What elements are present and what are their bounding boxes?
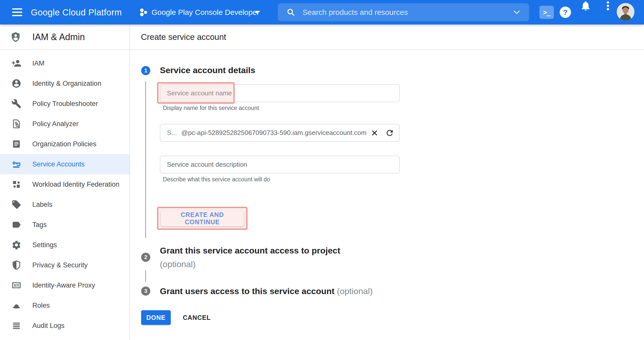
search-icon: [286, 8, 295, 17]
iam-shield-icon: [10, 32, 21, 43]
refresh-icon[interactable]: [385, 128, 394, 137]
search-placeholder: Search products and resources: [303, 8, 513, 17]
hamburger-menu-icon[interactable]: [11, 0, 24, 24]
sidebar-item-label: Policy Analyzer: [32, 120, 79, 128]
cancel-button[interactable]: CANCEL: [178, 310, 215, 325]
sidebar-item-label: Settings: [32, 241, 57, 249]
step-3-header: 3 Grant users access to this service acc…: [141, 286, 373, 297]
step-1-title: Service account details: [160, 65, 255, 75]
shield-half-icon: [11, 260, 21, 270]
sidebar-item-labels[interactable]: Labels: [0, 194, 130, 215]
sidebar-item-policy-troubleshooter[interactable]: Policy Troubleshooter: [0, 94, 130, 114]
striped-card-icon: [11, 280, 21, 290]
description-helper-text: Describe what this service account will …: [163, 176, 270, 183]
sidebar-item-workload-identity-federation[interactable]: Workload Identity Federation: [0, 174, 130, 194]
notifications-icon[interactable]: [580, 0, 591, 12]
wrench-icon: [11, 99, 21, 109]
caret-down-icon[interactable]: [255, 0, 260, 24]
sidebar-item-label: Privacy & Security: [32, 261, 88, 269]
sidebar-item-label: Organization Policies: [32, 140, 96, 148]
gear-icon: [11, 240, 21, 250]
create-service-account-form: 1 Service account details Display name f…: [130, 50, 644, 340]
id-placeholder-truncated: S...: [167, 129, 177, 137]
list-lines-icon: [11, 321, 21, 331]
sidebar-item-organization-policies[interactable]: Organization Policies: [0, 134, 130, 154]
sidebar-item-iam[interactable]: IAM: [0, 53, 130, 73]
sidebar-header: IAM & Admin: [0, 24, 130, 50]
more-vertical-icon[interactable]: [602, 0, 614, 12]
search-bar[interactable]: Search products and resources: [278, 3, 529, 21]
gcp-logo[interactable]: Google Cloud Platform: [31, 0, 122, 24]
service-account-name-input[interactable]: [160, 84, 400, 102]
doc-lines-icon: [11, 139, 21, 149]
label-arrow-icon: [11, 220, 21, 230]
sidebar-item-label: Tags: [32, 221, 47, 229]
step-3-title: Grant users access to this service accou…: [160, 286, 335, 296]
sidebar-item-label: Audit Logs: [32, 322, 65, 330]
doc-search-icon: [11, 119, 21, 129]
person-add-icon: [11, 58, 21, 68]
sidebar-title: IAM & Admin: [32, 32, 85, 42]
sidebar-item-policy-analyzer[interactable]: Policy Analyzer: [0, 114, 130, 134]
step-2-title: Grant this service account access to pro…: [160, 244, 340, 257]
sidebar-item-settings[interactable]: Settings: [0, 235, 130, 255]
done-button[interactable]: DONE: [141, 310, 171, 325]
sidebar-item-label: IAM: [32, 60, 44, 67]
project-selector[interactable]: Google Play Console Developer: [152, 0, 259, 24]
name-helper-text: Display name for this service account: [163, 105, 259, 111]
sidebar-item-label: Identity & Organization: [32, 80, 101, 88]
sidebar-item-tags[interactable]: Tags: [0, 215, 130, 235]
sidebar-item-identity-aware-proxy[interactable]: Identity-Aware Proxy: [0, 275, 130, 295]
chevron-down-icon[interactable]: [513, 10, 520, 14]
stepper-connector-line: [145, 81, 146, 238]
step-3-optional-label: (optional): [337, 286, 373, 296]
sidebar-item-label: Service Accounts: [32, 160, 85, 168]
service-account-description-input[interactable]: [160, 156, 400, 174]
step-2-optional-label: (optional): [160, 257, 340, 271]
sidebar-item-label: Roles: [32, 302, 50, 309]
step-3-number-badge: 3: [141, 287, 150, 296]
step-1-number-badge: 1: [141, 66, 150, 75]
sidebar-item-label: Labels: [32, 201, 53, 209]
page-title: Create service account: [141, 24, 226, 49]
sidebar-item-service-accounts[interactable]: Service Accounts: [0, 154, 130, 174]
sidebar-item-identity-organization[interactable]: Identity & Organization: [0, 73, 130, 94]
sidebar-item-label: Policy Troubleshooter: [32, 100, 98, 108]
help-icon[interactable]: ?: [560, 7, 571, 18]
avatar[interactable]: [617, 3, 634, 21]
gcp-console-screen: Google Cloud Platform Google Play Consol…: [0, 0, 644, 340]
create-and-continue-button[interactable]: CREATE AND CONTINUE: [161, 210, 244, 226]
tag-icon: [11, 200, 21, 210]
sidebar-item-label: Identity-Aware Proxy: [32, 281, 95, 289]
sidebar: IAM & Admin IAM Identity & Organization: [0, 24, 130, 340]
stepper-connector-line: [145, 270, 146, 282]
cloud-shell-icon[interactable]: >_: [539, 6, 554, 19]
hat-icon: [11, 300, 21, 310]
top-navigation-bar: Google Cloud Platform Google Play Consol…: [0, 0, 644, 24]
step-2-number-badge: 2: [141, 253, 150, 262]
sidebar-item-audit-logs[interactable]: Audit Logs: [0, 316, 130, 336]
id-domain-value: @pc-api-5289252825067090733-590.iam.gser…: [181, 129, 366, 137]
service-account-key-icon: [11, 159, 21, 169]
step-2-header: 2 Grant this service account access to p…: [141, 244, 340, 271]
service-account-id-field[interactable]: S... @pc-api-5289252825067090733-590.iam…: [160, 124, 400, 142]
main-header: Create service account: [130, 24, 644, 50]
person-circle-icon: [11, 78, 21, 89]
project-hexagons-icon: [139, 0, 149, 24]
sidebar-nav: IAM Identity & Organization Policy Troub…: [0, 53, 130, 336]
shapes-grid-icon: [11, 179, 21, 189]
sidebar-item-privacy-security[interactable]: Privacy & Security: [0, 255, 130, 275]
sidebar-item-roles[interactable]: Roles: [0, 295, 130, 316]
sidebar-item-label: Workload Identity Federation: [32, 181, 119, 188]
clear-icon[interactable]: [370, 128, 379, 137]
step-1-header: 1 Service account details: [141, 65, 255, 75]
form-actions: DONE CANCEL: [141, 310, 215, 325]
